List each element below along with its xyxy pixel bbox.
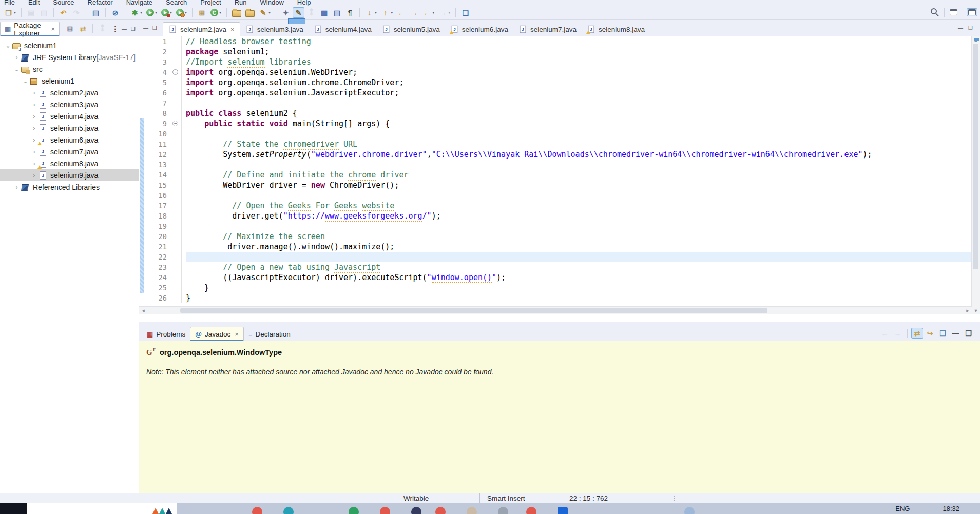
code-line-6[interactable]: 6import org.openqa.selenium.JavascriptEx… (139, 88, 980, 98)
fold-column[interactable] (172, 160, 182, 170)
undo-button[interactable]: ↶ (57, 7, 69, 18)
code-line-18[interactable]: 18 driver.get("https://www.geeksforgeeks… (139, 211, 980, 221)
external-tools-button[interactable]: ✎▾ (257, 7, 272, 18)
taskbar-app-icon[interactable] (435, 507, 446, 514)
dropdown-arrow-icon[interactable]: ▾ (155, 10, 157, 15)
focus-on-active-task-button[interactable]: ⁑ (97, 23, 108, 34)
fold-column[interactable] (172, 252, 182, 262)
editor-tab-selenium7-java[interactable]: selenium7.java (513, 23, 582, 36)
taskbar-app-icon[interactable] (252, 507, 262, 514)
fold-column[interactable] (172, 242, 182, 252)
horizontal-scroll-thumb[interactable] (180, 308, 768, 313)
line-number[interactable]: 20 (145, 231, 172, 242)
line-number[interactable]: 21 (145, 242, 172, 252)
fold-column[interactable] (172, 129, 182, 139)
code-line-17[interactable]: 17 // Open the Geeks For Geeks website (139, 201, 980, 211)
fold-column[interactable] (172, 47, 182, 57)
maximize-button[interactable]: ❒ (963, 328, 974, 339)
code-line-9[interactable]: 9− public static void main(String[] args… (139, 118, 980, 129)
show-outline-button[interactable]: ▤ (331, 7, 343, 18)
fold-column[interactable] (172, 201, 182, 211)
chevron-down-icon[interactable]: ⌄ (13, 66, 21, 73)
bottom-tab-javadoc[interactable]: @Javadoc× (190, 327, 244, 341)
fold-column[interactable] (172, 149, 182, 160)
code-line-13[interactable]: 13 (139, 160, 980, 170)
taskbar-app-icon[interactable] (349, 507, 359, 514)
language-indicator[interactable]: ENG (895, 505, 910, 512)
line-number[interactable]: 13 (145, 160, 172, 170)
menu-window[interactable]: Window (260, 0, 284, 6)
editor-tab-selenium2-java[interactable]: selenium2.java× (163, 22, 240, 36)
profile-button[interactable]: ▶▾ (175, 8, 188, 17)
fold-column[interactable] (172, 108, 182, 118)
bottom-tab-declaration[interactable]: ≡Declaration (244, 327, 295, 341)
tree-item-selenium1[interactable]: ⌄selenium1 (0, 75, 139, 87)
tree-item-selenium5-java[interactable]: ›selenium5.java (0, 122, 139, 134)
java-perspective-button[interactable] (967, 8, 977, 16)
code-line-20[interactable]: 20 // Maximize the screen (139, 231, 980, 242)
line-number[interactable]: 19 (145, 221, 172, 231)
chevron-right-icon[interactable]: › (30, 136, 38, 144)
menu-file[interactable]: File (4, 0, 15, 6)
line-number[interactable]: 9 (145, 118, 172, 129)
chevron-right-icon[interactable]: › (30, 172, 38, 179)
chevron-right-icon[interactable]: › (30, 148, 38, 155)
close-icon[interactable]: × (235, 330, 239, 338)
package-explorer-tab[interactable]: ▦ Package Explorer × (0, 22, 60, 36)
line-number[interactable]: 14 (145, 170, 172, 180)
open-element-button[interactable]: ✦ (280, 7, 292, 18)
fold-column[interactable] (172, 190, 182, 201)
taskbar-app-icon[interactable] (558, 507, 568, 514)
minimize-icon[interactable]: — (958, 25, 963, 31)
code-line-24[interactable]: 24 ((JavascriptExecutor) driver).execute… (139, 272, 980, 283)
status-writable[interactable]: Writable (396, 493, 479, 503)
line-number[interactable]: 11 (145, 139, 172, 149)
taskbar-start-area[interactable] (0, 503, 27, 514)
tree-item-selenium9-java[interactable]: ›selenium9.java (0, 169, 139, 181)
line-number[interactable]: 10 (145, 129, 172, 139)
tree-item-referenced-libraries[interactable]: ›Referenced Libraries (0, 181, 139, 193)
horizontal-scroll-track[interactable] (147, 307, 964, 314)
fold-collapse-icon[interactable]: − (172, 121, 178, 126)
show-whitespace-button[interactable]: ¶ (344, 7, 356, 18)
fold-column[interactable] (172, 180, 182, 190)
coverage-button[interactable]: ▶▾ (160, 8, 174, 17)
search-button[interactable] (929, 7, 940, 17)
fold-column[interactable] (172, 221, 182, 231)
tree-item-selenium3-java[interactable]: ›selenium3.java (0, 98, 139, 110)
run-button[interactable]: ▶▾ (145, 8, 159, 17)
fold-column[interactable] (172, 98, 182, 108)
chevron-right-icon[interactable]: › (30, 113, 38, 120)
menu-source[interactable]: Source (53, 0, 74, 6)
line-number[interactable]: 17 (145, 201, 172, 211)
editor-tab-selenium8-java[interactable]: selenium8.java (582, 23, 650, 36)
chevron-right-icon[interactable]: › (30, 89, 38, 96)
fold-column[interactable] (172, 211, 182, 221)
scroll-left-icon[interactable]: ◂ (139, 307, 147, 314)
view-menu-button[interactable]: ⋮ (109, 23, 121, 34)
code-line-23[interactable]: 23 // Open a new tab using Javascript (139, 262, 980, 272)
code-line-16[interactable]: 16 (139, 190, 980, 201)
scroll-down-icon[interactable]: ▼ (972, 308, 980, 313)
line-number[interactable]: 26 (145, 293, 172, 303)
fold-column[interactable] (172, 262, 182, 272)
taskbar-app-icon[interactable] (411, 507, 421, 514)
taskbar-app-icon[interactable] (467, 507, 477, 514)
maximize-icon[interactable]: ❒ (131, 26, 136, 32)
open-console-button[interactable]: ▤ (90, 7, 102, 18)
save-all-button[interactable]: ▤ (38, 7, 50, 18)
skip-all-breakpoints-button[interactable]: ⊘ (109, 7, 121, 18)
code-line-26[interactable]: 26} (139, 293, 980, 303)
bottom-tab-problems[interactable]: ▦Problems (142, 327, 190, 341)
editor-tab-selenium5-java[interactable]: selenium5.java (377, 23, 445, 36)
fold-column[interactable] (172, 57, 182, 67)
open-folder-button[interactable] (230, 7, 243, 18)
dropdown-arrow-icon[interactable]: ▾ (391, 10, 393, 15)
taskbar-app-icon[interactable] (684, 507, 695, 514)
chevron-down-icon[interactable]: ⌄ (22, 77, 29, 85)
line-number[interactable]: 2 (145, 47, 172, 57)
dropdown-arrow-icon[interactable]: ▾ (185, 10, 187, 15)
tree-item-selenium2-java[interactable]: ›selenium2.java (0, 87, 139, 98)
back-button[interactable]: ← (879, 328, 891, 339)
forward-button[interactable]: →▾ (437, 7, 452, 18)
